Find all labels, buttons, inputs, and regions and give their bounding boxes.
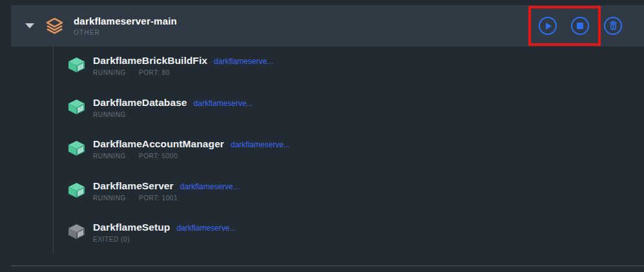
container-status-line: RUNNINGPORT: 80 bbox=[93, 69, 273, 77]
layers-stack-icon bbox=[45, 17, 64, 36]
status-badge: EXITED (0) bbox=[93, 236, 130, 243]
port-label: PORT: 5000 bbox=[139, 152, 178, 160]
group-subtitle: OTHER bbox=[74, 29, 177, 36]
container-link[interactable]: darkflameserve... bbox=[214, 57, 273, 66]
play-icon bbox=[546, 23, 552, 30]
container-row[interactable]: DarkflameSetup darkflameserve... EXITED … bbox=[68, 221, 290, 263]
start-button[interactable] bbox=[539, 17, 557, 35]
delete-button[interactable] bbox=[604, 17, 622, 35]
container-status-line: EXITED (0) bbox=[93, 236, 236, 244]
container-row[interactable]: DarkflameServer darkflameserve... RUNNIN… bbox=[68, 180, 290, 222]
group-title-block: darkflameserver-main OTHER bbox=[74, 16, 177, 36]
container-row[interactable]: DarkflameAccountManager darkflameserve..… bbox=[68, 138, 290, 180]
container-cube-icon bbox=[68, 141, 85, 156]
stop-button[interactable] bbox=[571, 17, 589, 35]
status-badge: RUNNING bbox=[93, 152, 126, 160]
container-name: DarkflameSetup bbox=[93, 221, 170, 233]
port-label: PORT: 80 bbox=[139, 69, 170, 76]
bottom-divider bbox=[11, 266, 644, 266]
container-cube-icon bbox=[68, 58, 85, 72]
container-name: DarkflameAccountManager bbox=[93, 138, 224, 150]
container-link[interactable]: darkflameserve... bbox=[231, 140, 290, 149]
collapse-caret-icon[interactable] bbox=[25, 23, 34, 28]
container-cube-icon bbox=[68, 99, 85, 114]
group-title: darkflameserver-main bbox=[74, 16, 177, 27]
container-row[interactable]: DarkflameDatabase darkflameserve... RUNN… bbox=[68, 96, 290, 138]
container-cube-icon bbox=[68, 183, 85, 198]
container-name: DarkflameServer bbox=[93, 180, 174, 192]
stop-icon bbox=[577, 23, 583, 29]
status-badge: RUNNING bbox=[93, 69, 126, 76]
container-cube-icon bbox=[68, 224, 85, 239]
container-name: DarkflameBrickBuildFix bbox=[93, 54, 207, 67]
container-link[interactable]: darkflameserve... bbox=[194, 99, 253, 108]
container-link[interactable]: darkflameserve... bbox=[176, 224, 236, 233]
container-row[interactable]: DarkflameBrickBuildFix darkflameserve...… bbox=[68, 54, 290, 96]
container-link[interactable]: darkflameserve... bbox=[180, 182, 240, 191]
port-label: PORT: 1001 bbox=[139, 194, 178, 202]
container-status-line: RUNNINGPORT: 1001 bbox=[93, 194, 240, 202]
container-status-line: RUNNINGPORT: 5000 bbox=[93, 152, 290, 160]
container-name: DarkflameDatabase bbox=[93, 96, 187, 109]
status-badge: RUNNING bbox=[93, 111, 126, 118]
container-list: DarkflameBrickBuildFix darkflameserve...… bbox=[68, 54, 290, 263]
tree-guide-line bbox=[53, 47, 54, 253]
trash-icon bbox=[608, 21, 618, 31]
status-badge: RUNNING bbox=[93, 194, 126, 202]
container-status-line: RUNNING bbox=[93, 111, 253, 119]
